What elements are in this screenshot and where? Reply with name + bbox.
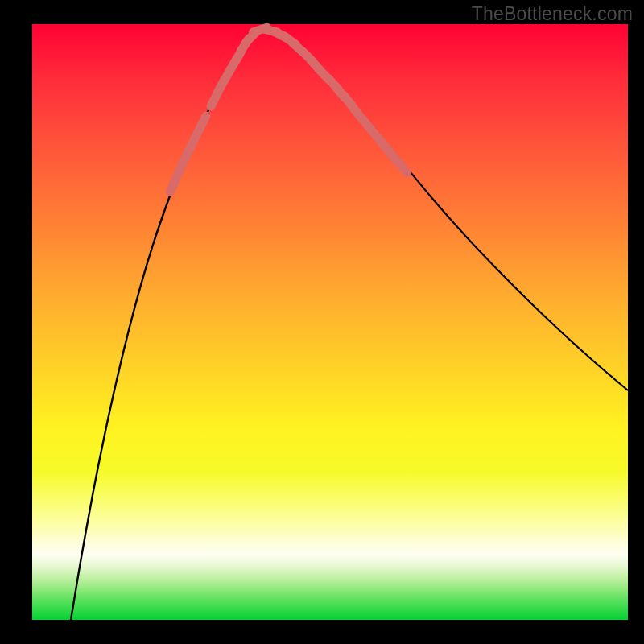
- data-marker: [200, 116, 206, 129]
- data-markers: [170, 27, 407, 192]
- data-marker: [398, 162, 407, 173]
- data-marker: [362, 119, 371, 130]
- data-marker: [351, 105, 360, 117]
- watermark-text: TheBottleneck.com: [472, 3, 633, 25]
- curve-left-branch: [71, 30, 258, 620]
- plot-area: [32, 24, 628, 620]
- curve-right-branch: [258, 30, 628, 390]
- outer-frame: TheBottleneck.com: [0, 0, 644, 644]
- chart-svg: [32, 24, 628, 620]
